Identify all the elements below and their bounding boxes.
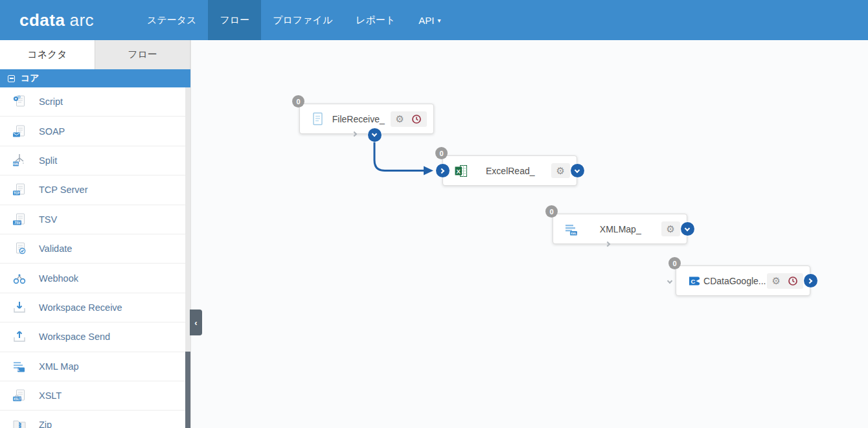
core-section-header[interactable]: コア bbox=[0, 69, 190, 87]
collapse-section-icon bbox=[8, 75, 15, 82]
sidebar-item-label: Workspace Receive bbox=[39, 302, 122, 313]
nav-item-1[interactable]: フロー bbox=[208, 0, 261, 40]
webhook-icon bbox=[11, 271, 28, 286]
nav-item-label: フロー bbox=[220, 14, 249, 27]
nav-item-2[interactable]: プロファイル bbox=[261, 0, 344, 40]
sidebar-item-label: Webhook bbox=[39, 273, 78, 284]
flow-node-cdatagoogle-[interactable]: CCDataGoogle...⚙ bbox=[676, 265, 810, 296]
tcp-server-icon: TCP bbox=[11, 182, 28, 197]
sidebar-item-label: TCP Server bbox=[39, 185, 87, 195]
nav-item-0[interactable]: ステータス bbox=[135, 0, 208, 40]
sidebar-item-workspace-receive[interactable]: Workspace Receive bbox=[0, 293, 190, 322]
core-section-label: コア bbox=[21, 73, 40, 84]
output-port[interactable] bbox=[804, 274, 817, 287]
arrowhead-icon bbox=[424, 166, 433, 175]
sidebar-item-label: XSLT bbox=[39, 390, 62, 401]
svg-text:XSLT: XSLT bbox=[14, 398, 21, 401]
flow-canvas[interactable]: FileReceive_⚙0XExcelRead_⚙0XMLXMLMap_⚙0C… bbox=[191, 40, 868, 428]
message-count-badge: 0 bbox=[292, 95, 304, 107]
chevron-down-icon bbox=[685, 225, 690, 231]
schedule-clock-icon[interactable] bbox=[411, 114, 422, 124]
output-port[interactable] bbox=[681, 222, 694, 236]
flow-node-xmlmap-[interactable]: XMLXMLMap_⚙ bbox=[553, 214, 687, 244]
nav-item-label: プロファイル bbox=[273, 14, 332, 27]
logo-primary: cdata bbox=[19, 10, 65, 30]
output-port[interactable] bbox=[368, 128, 382, 142]
chevron-right-icon bbox=[439, 168, 444, 173]
cdata-icon: C bbox=[686, 273, 703, 289]
gear-icon[interactable]: ⚙ bbox=[667, 224, 675, 234]
nav-item-label: API bbox=[418, 15, 434, 26]
message-count-badge: 0 bbox=[668, 257, 681, 269]
sidebar-item-workspace-send[interactable]: Workspace Send bbox=[0, 322, 190, 352]
app-logo[interactable]: cdata arc bbox=[19, 10, 94, 30]
chevron-left-icon: ‹ bbox=[194, 318, 197, 328]
sidebar-item-soap[interactable]: SOAP bbox=[0, 117, 190, 146]
sidebar-item-split[interactable]: XMLSplit bbox=[0, 146, 190, 175]
gear-icon[interactable]: ⚙ bbox=[556, 166, 565, 175]
xml-map-icon: XML bbox=[11, 359, 28, 374]
sidebar-item-webhook[interactable]: Webhook bbox=[0, 264, 190, 293]
nav-item-4[interactable]: API▾ bbox=[407, 0, 452, 40]
nav-menu: ステータスフロープロファイルレポートAPI▾ bbox=[135, 0, 453, 40]
svg-text:XML: XML bbox=[14, 368, 20, 372]
workspace-send-icon bbox=[11, 329, 28, 344]
sidebar-item-label: Split bbox=[39, 155, 57, 166]
nav-item-label: ステータス bbox=[147, 14, 196, 27]
sidebar-item-label: Validate bbox=[39, 243, 72, 254]
sidebar-item-zip[interactable]: Zip bbox=[0, 411, 190, 428]
sidebar-item-xml-map[interactable]: XMLXML Map bbox=[0, 352, 190, 381]
top-navbar: cdata arc ステータスフロープロファイルレポートAPI▾ bbox=[0, 0, 868, 40]
sidebar-scrollbar-track[interactable] bbox=[185, 87, 190, 428]
soap-icon bbox=[11, 124, 28, 139]
nav-item-3[interactable]: レポート bbox=[344, 0, 407, 40]
sidebar-item-label: SOAP bbox=[39, 126, 65, 137]
logo-secondary: arc bbox=[69, 10, 94, 30]
nav-item-label: レポート bbox=[356, 14, 395, 27]
chevron-right-icon bbox=[807, 278, 812, 283]
input-port[interactable] bbox=[436, 164, 450, 177]
chevron-down-icon bbox=[372, 131, 377, 137]
svg-text:.TSV: .TSV bbox=[14, 221, 21, 225]
node-label: CDataGoogle... bbox=[703, 276, 767, 286]
sidebar-tab-0[interactable]: コネクタ bbox=[0, 40, 95, 69]
svg-text:XML: XML bbox=[571, 232, 577, 235]
file-receive-icon bbox=[310, 111, 326, 128]
validate-icon bbox=[11, 241, 28, 256]
sidebar-item-label: XML Map bbox=[39, 361, 79, 372]
svg-text:XML: XML bbox=[13, 163, 19, 166]
output-port[interactable] bbox=[571, 164, 584, 177]
flow-node-excelread-[interactable]: XExcelRead_⚙ bbox=[442, 155, 577, 186]
ghost-chevron-right-icon bbox=[603, 240, 612, 249]
sidebar-tab-1[interactable]: フロー bbox=[95, 40, 190, 69]
message-count-badge: 0 bbox=[435, 147, 448, 159]
script-icon bbox=[11, 94, 28, 109]
sidebar-item-label: TSV bbox=[39, 214, 57, 225]
sidebar-item-validate[interactable]: Validate bbox=[0, 234, 190, 264]
sidebar-item-script[interactable]: Script bbox=[0, 87, 190, 117]
ghost-chevron-down-icon bbox=[665, 276, 674, 286]
flow-node-filereceive-[interactable]: FileReceive_⚙ bbox=[299, 104, 434, 134]
sidebar-item-tsv[interactable]: .TSVTSV bbox=[0, 205, 190, 234]
chevron-down-icon bbox=[575, 167, 580, 172]
sidebar-item-xslt[interactable]: XSLTXSLT bbox=[0, 381, 190, 411]
node-button-group: ⚙ bbox=[391, 111, 427, 127]
zip-icon bbox=[11, 417, 28, 428]
gear-icon[interactable]: ⚙ bbox=[396, 114, 404, 124]
sidebar-item-label: Workspace Send bbox=[39, 332, 110, 342]
node-label: ExcelRead_ bbox=[470, 166, 551, 176]
sidebar-collapse-handle[interactable]: ‹ bbox=[190, 310, 202, 335]
svg-text:C: C bbox=[691, 278, 696, 285]
gear-icon[interactable]: ⚙ bbox=[772, 276, 781, 286]
sidebar-item-label: Script bbox=[39, 96, 63, 107]
node-button-group: ⚙ bbox=[767, 273, 803, 289]
message-count-badge: 0 bbox=[545, 205, 558, 218]
xslt-icon: XSLT bbox=[11, 388, 28, 403]
connector-list: ScriptSOAPXMLSplitTCPTCP Server.TSVTSVVa… bbox=[0, 87, 190, 428]
schedule-clock-icon[interactable] bbox=[788, 276, 798, 286]
ghost-chevron-right-icon bbox=[350, 130, 359, 139]
tsv-icon: .TSV bbox=[11, 212, 28, 227]
sidebar-scrollbar-thumb[interactable] bbox=[185, 352, 190, 428]
sidebar-item-tcp-server[interactable]: TCPTCP Server bbox=[0, 175, 190, 205]
node-button-group: ⚙ bbox=[661, 221, 680, 236]
